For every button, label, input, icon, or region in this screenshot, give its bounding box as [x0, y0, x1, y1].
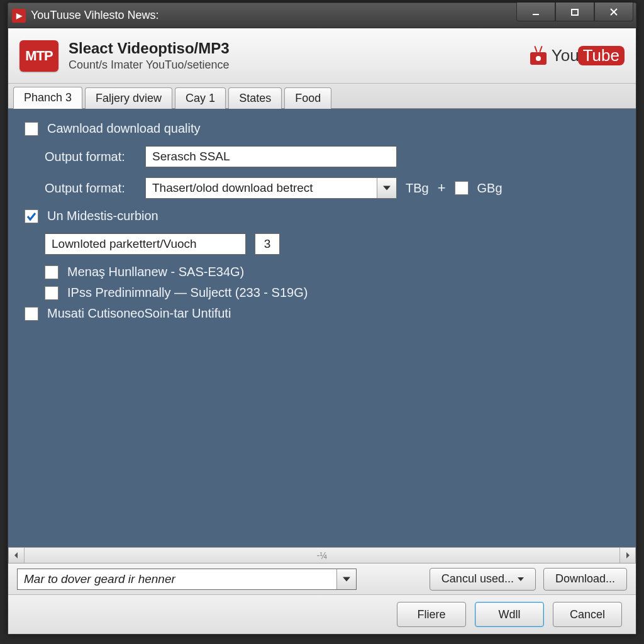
chevron-down-icon	[377, 184, 396, 192]
opt2-row: IPss Predinimnally — Suljectt (233 - S19…	[25, 286, 619, 300]
tab-bar: Phanch 3 Faljery dview Cay 1 States Food	[8, 84, 636, 109]
header-title: Sleact Videoptiso/MP3	[69, 40, 230, 57]
tab-phanch3[interactable]: Phanch 3	[13, 87, 82, 109]
quality-checkbox[interactable]	[25, 122, 38, 136]
scroll-right-button[interactable]	[619, 548, 636, 563]
output-format-label-2: Output format:	[25, 181, 136, 196]
output-format-input[interactable]: Serasch SSAL	[145, 146, 397, 167]
header: MTP Sleact Videoptiso/MP3 Count/s Imater…	[8, 28, 636, 84]
app-window: ▶ YouTuuse Vihlesto News: MTP Sleact Vid…	[8, 3, 636, 635]
footer: Fliere Wdll Cancel	[8, 595, 636, 634]
quality-row: Cawnload download quality	[25, 121, 619, 136]
download-button[interactable]: Download...	[543, 568, 627, 591]
opt1-label: Menaş Hunllanew - SAS-E34G)	[67, 265, 244, 279]
sub-input[interactable]: Lownloted parkettert/Vuoch	[45, 233, 246, 255]
fliere-button[interactable]: Fliere	[397, 602, 466, 627]
sub-number-input[interactable]: 3	[255, 233, 280, 255]
opt3-checkbox[interactable]	[25, 307, 38, 321]
output-format-row-2: Output format: Thasert/olod download bet…	[25, 177, 619, 199]
cancel-used-button[interactable]: Cancul used...	[430, 568, 536, 591]
minimize-button[interactable]	[516, 3, 555, 21]
tab-states[interactable]: States	[228, 87, 282, 109]
window-controls	[516, 3, 636, 28]
header-subtitle: Count/s Imater YouTuo/setience	[69, 58, 230, 72]
opt3-row: Musati CutisoneoSoin-tar Untifuti	[25, 306, 619, 321]
sub-input-row: Lownloted parkettert/Vuoch 3	[25, 233, 619, 255]
youtube-logo: YouTube	[528, 46, 625, 65]
youtube-tv-icon	[528, 47, 549, 65]
suboption-checkbox[interactable]	[25, 209, 38, 223]
opt2-label: IPss Predinimnally — Suljectt (233 - S19…	[67, 286, 308, 300]
app-badge-icon: MTP	[19, 40, 58, 72]
opt3-label: Musati CutisoneoSoin-tar Untifuti	[47, 306, 231, 321]
output-format-row-1: Output format: Serasch SSAL	[25, 146, 619, 167]
opt2-checkbox[interactable]	[45, 286, 58, 300]
close-button[interactable]	[594, 3, 633, 21]
gbg-checkbox[interactable]	[455, 181, 469, 195]
chevron-down-icon	[518, 572, 524, 586]
plus-icon: +	[438, 180, 446, 196]
path-combo[interactable]: Mar to dover geard ir henner	[17, 569, 357, 590]
chevron-down-icon	[337, 575, 356, 583]
output-format-combo[interactable]: Thasert/olod download betrect	[145, 177, 397, 199]
output-format-label-1: Output format:	[25, 150, 136, 164]
gbg-label: GBg	[477, 181, 502, 196]
horizontal-scrollbar[interactable]: -¼	[8, 547, 636, 564]
opt1-row: Menaş Hunllanew - SAS-E34G)	[25, 265, 619, 279]
opt1-checkbox[interactable]	[45, 265, 58, 279]
titlebar[interactable]: ▶ YouTuuse Vihlesto News:	[8, 3, 636, 28]
tab-cay1[interactable]: Cay 1	[175, 87, 226, 109]
wdll-button[interactable]: Wdll	[475, 602, 544, 627]
window-title: YouTuuse Vihlesto News:	[31, 9, 516, 22]
suboption-row: Un Midestis-curbion	[25, 209, 619, 223]
suboption-label: Un Midestis-curbion	[47, 209, 158, 223]
header-text: Sleact Videoptiso/MP3 Count/s Imater You…	[69, 40, 230, 72]
scroll-left-button[interactable]	[8, 548, 25, 563]
tab-faljerydview[interactable]: Faljery dview	[85, 87, 172, 109]
main-panel: Cawnload download quality Output format:…	[8, 109, 636, 547]
cancel-button[interactable]: Cancel	[553, 602, 622, 627]
quality-label: Cawnload download quality	[47, 121, 201, 136]
tab-food[interactable]: Food	[284, 87, 331, 109]
maximize-button[interactable]	[555, 3, 594, 21]
lower-strip: Mar to dover geard ir henner Cancul used…	[8, 564, 636, 595]
scrollbar-track[interactable]: -¼	[25, 550, 619, 560]
tbg-label: TBg	[406, 181, 429, 196]
svg-rect-1	[572, 9, 578, 15]
app-icon: ▶	[12, 9, 26, 23]
